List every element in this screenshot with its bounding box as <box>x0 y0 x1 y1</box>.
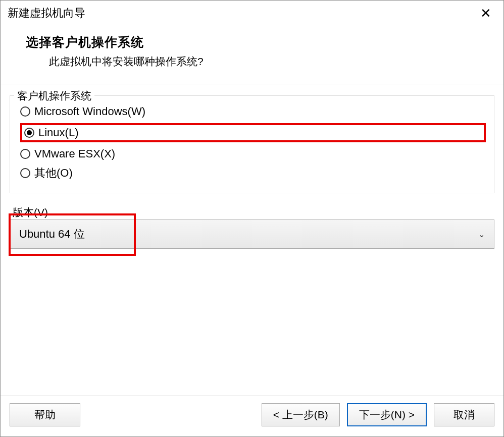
version-section: 版本(V) Ubuntu 64 位 ⌄ <box>10 205 494 249</box>
titlebar: 新建虚拟机向导 ✕ <box>1 1 503 25</box>
radio-label: Microsoft Windows(W) <box>34 105 145 118</box>
version-dropdown[interactable]: Ubuntu 64 位 ⌄ <box>10 220 494 249</box>
radio-icon <box>20 149 30 159</box>
radio-other[interactable]: 其他(O) <box>20 166 486 181</box>
radio-label: Linux(L) <box>38 126 78 139</box>
page-subtitle: 此虚拟机中将安装哪种操作系统? <box>26 54 478 69</box>
highlight-linux: Linux(L) <box>20 123 486 142</box>
footer: 帮助 < 上一步(B) 下一步(N) > 取消 <box>1 396 503 436</box>
help-button[interactable]: 帮助 <box>10 403 80 426</box>
guest-os-legend: 客户机操作系统 <box>14 89 94 103</box>
close-icon[interactable]: ✕ <box>475 5 496 22</box>
wizard-dialog: 新建虚拟机向导 ✕ 选择客户机操作系统 此虚拟机中将安装哪种操作系统? 客户机操… <box>0 0 504 437</box>
radio-vmware-esx[interactable]: VMware ESX(X) <box>20 147 486 160</box>
page-title: 选择客户机操作系统 <box>26 34 478 50</box>
radio-label: 其他(O) <box>34 166 73 181</box>
dialog-title: 新建虚拟机向导 <box>8 6 85 21</box>
radio-icon <box>24 128 34 138</box>
radio-label: VMware ESX(X) <box>34 147 115 160</box>
radio-icon <box>20 106 30 117</box>
version-selected: Ubuntu 64 位 <box>19 227 85 242</box>
back-button[interactable]: < 上一步(B) <box>262 403 340 426</box>
radio-icon <box>20 168 30 178</box>
version-dropdown-wrap: Ubuntu 64 位 ⌄ <box>10 220 494 249</box>
radio-windows[interactable]: Microsoft Windows(W) <box>20 105 486 118</box>
cancel-button[interactable]: 取消 <box>434 403 494 426</box>
radio-linux[interactable]: Linux(L) <box>24 126 78 139</box>
version-label: 版本(V) <box>10 205 494 220</box>
chevron-down-icon: ⌄ <box>478 230 485 239</box>
header: 选择客户机操作系统 此虚拟机中将安装哪种操作系统? <box>1 25 503 84</box>
next-button[interactable]: 下一步(N) > <box>347 403 427 426</box>
guest-os-fieldset: 客户机操作系统 Microsoft Windows(W) Linux(L) VM… <box>10 95 494 193</box>
os-radio-group: Microsoft Windows(W) Linux(L) VMware ESX… <box>18 105 486 181</box>
content-area: 客户机操作系统 Microsoft Windows(W) Linux(L) VM… <box>1 84 503 396</box>
